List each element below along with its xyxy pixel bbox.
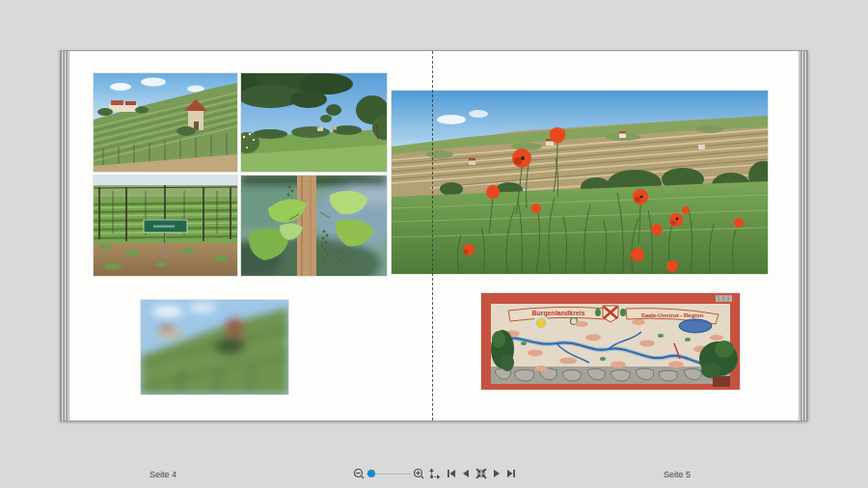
- grape-leaves-image: [241, 176, 387, 276]
- photo-poppy-field[interactable]: [392, 91, 768, 274]
- banner-right-text: Saale-Unstrut - Region: [641, 312, 704, 318]
- last-page-icon[interactable]: [506, 469, 516, 478]
- spine-fold-line: [432, 51, 433, 420]
- photo-wall-mural-map[interactable]: Burgenlandkreis Saale-Unstrut - Region: [481, 293, 740, 390]
- page-stack-edge-right: [799, 51, 807, 420]
- vine-rows-image: [94, 176, 237, 276]
- page-number-right: Seite 5: [664, 470, 691, 479]
- viewer-toolbar: [353, 466, 516, 481]
- zoom-out-icon[interactable]: [353, 468, 365, 480]
- page-number-left: Seite 4: [149, 470, 176, 479]
- photo-vineyard-hill-castle[interactable]: [94, 73, 237, 172]
- photo-blurred-vineyard[interactable]: [141, 300, 288, 394]
- photo-vineyard-rows-sign[interactable]: [94, 176, 237, 276]
- zoom-slider-thumb[interactable]: [367, 470, 375, 477]
- meadow-image: [241, 73, 387, 172]
- previous-page-icon[interactable]: [462, 469, 470, 478]
- vineyard-hill-image: [94, 73, 237, 172]
- first-page-icon[interactable]: [447, 469, 456, 478]
- fit-view-icon[interactable]: [475, 468, 487, 479]
- pan-icon[interactable]: [428, 468, 441, 480]
- page-stack-edge-left: [61, 51, 69, 420]
- poppy-field-image: [392, 91, 768, 274]
- blurred-vineyard-image: [141, 300, 288, 394]
- stone-wall: [491, 366, 730, 384]
- mural-image: Burgenlandkreis Saale-Unstrut - Region: [481, 293, 740, 390]
- photo-grape-leaves[interactable]: [241, 176, 387, 276]
- photo-meadow-trees[interactable]: [241, 73, 387, 172]
- next-page-icon[interactable]: [493, 469, 501, 478]
- zoom-in-icon[interactable]: [413, 468, 424, 480]
- zoom-slider[interactable]: [366, 469, 411, 478]
- book-spread: Burgenlandkreis Saale-Unstrut - Region: [60, 50, 808, 421]
- photobook-viewer: Burgenlandkreis Saale-Unstrut - Region: [0, 0, 868, 488]
